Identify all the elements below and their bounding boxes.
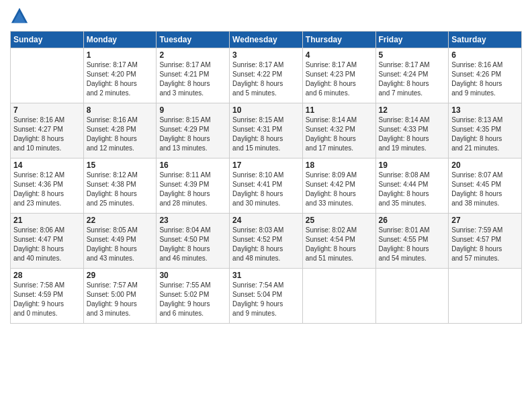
day-number: 3 (232, 50, 300, 60)
day-info: Sunrise: 8:17 AM Sunset: 4:20 PM Dayligh… (87, 60, 154, 98)
col-thursday: Thursday (302, 32, 375, 48)
day-info: Sunrise: 8:12 AM Sunset: 4:36 PM Dayligh… (13, 171, 81, 208)
calendar-cell: 28Sunrise: 7:58 AM Sunset: 4:59 PM Dayli… (11, 269, 84, 324)
day-number: 15 (87, 161, 154, 170)
calendar-cell: 4Sunrise: 8:17 AM Sunset: 4:23 PM Daylig… (302, 48, 375, 103)
calendar-cell: 2Sunrise: 8:17 AM Sunset: 4:21 PM Daylig… (157, 48, 230, 103)
page-container: Sunday Monday Tuesday Wednesday Thursday… (0, 0, 532, 330)
day-info: Sunrise: 8:17 AM Sunset: 4:21 PM Dayligh… (159, 60, 226, 98)
calendar-cell: 27Sunrise: 7:59 AM Sunset: 4:57 PM Dayli… (449, 214, 522, 269)
day-info: Sunrise: 8:13 AM Sunset: 4:35 PM Dayligh… (451, 116, 519, 153)
calendar-cell: 9Sunrise: 8:15 AM Sunset: 4:29 PM Daylig… (157, 103, 230, 158)
day-number: 13 (451, 105, 519, 115)
calendar-cell: 22Sunrise: 8:05 AM Sunset: 4:49 PM Dayli… (83, 214, 157, 269)
day-number: 27 (451, 216, 519, 225)
day-number: 4 (306, 50, 373, 60)
calendar-cell: 30Sunrise: 7:55 AM Sunset: 5:02 PM Dayli… (157, 269, 230, 324)
day-info: Sunrise: 8:12 AM Sunset: 4:38 PM Dayligh… (87, 171, 154, 208)
calendar-week-0: 1Sunrise: 8:17 AM Sunset: 4:20 PM Daylig… (11, 48, 522, 103)
day-number: 7 (13, 105, 81, 115)
day-number: 19 (379, 161, 446, 170)
day-number: 23 (159, 216, 226, 225)
calendar-body: 1Sunrise: 8:17 AM Sunset: 4:20 PM Daylig… (11, 48, 522, 324)
calendar-table: Sunday Monday Tuesday Wednesday Thursday… (10, 31, 522, 324)
calendar-cell: 13Sunrise: 8:13 AM Sunset: 4:35 PM Dayli… (449, 103, 522, 158)
day-number: 16 (159, 161, 226, 170)
day-number: 29 (87, 271, 154, 280)
day-info: Sunrise: 8:17 AM Sunset: 4:22 PM Dayligh… (232, 60, 300, 98)
calendar-cell: 14Sunrise: 8:12 AM Sunset: 4:36 PM Dayli… (11, 158, 84, 214)
day-info: Sunrise: 7:58 AM Sunset: 4:59 PM Dayligh… (13, 281, 81, 318)
day-info: Sunrise: 8:16 AM Sunset: 4:27 PM Dayligh… (13, 116, 81, 153)
col-monday: Monday (83, 32, 157, 48)
calendar-cell: 17Sunrise: 8:10 AM Sunset: 4:41 PM Dayli… (230, 158, 303, 214)
day-info: Sunrise: 7:57 AM Sunset: 5:00 PM Dayligh… (87, 281, 154, 318)
calendar-cell: 26Sunrise: 8:01 AM Sunset: 4:55 PM Dayli… (375, 214, 449, 269)
day-info: Sunrise: 8:05 AM Sunset: 4:49 PM Dayligh… (87, 226, 154, 263)
calendar-cell: 19Sunrise: 8:08 AM Sunset: 4:44 PM Dayli… (375, 158, 449, 214)
calendar-cell: 5Sunrise: 8:17 AM Sunset: 4:24 PM Daylig… (375, 48, 449, 103)
calendar-cell: 18Sunrise: 8:09 AM Sunset: 4:42 PM Dayli… (302, 158, 375, 214)
day-info: Sunrise: 8:16 AM Sunset: 4:26 PM Dayligh… (451, 60, 519, 98)
day-number: 21 (13, 216, 81, 225)
calendar-cell (449, 269, 522, 324)
logo-icon (10, 7, 29, 26)
day-number: 5 (379, 50, 446, 60)
day-info: Sunrise: 7:54 AM Sunset: 5:04 PM Dayligh… (232, 281, 300, 318)
day-info: Sunrise: 8:06 AM Sunset: 4:47 PM Dayligh… (13, 226, 81, 263)
calendar-cell: 25Sunrise: 8:02 AM Sunset: 4:54 PM Dayli… (302, 214, 375, 269)
day-info: Sunrise: 8:02 AM Sunset: 4:54 PM Dayligh… (306, 226, 373, 263)
day-info: Sunrise: 8:08 AM Sunset: 4:44 PM Dayligh… (379, 171, 446, 208)
day-number: 28 (13, 271, 81, 280)
day-number: 10 (232, 105, 300, 115)
day-info: Sunrise: 8:14 AM Sunset: 4:33 PM Dayligh… (379, 116, 446, 153)
calendar-cell: 16Sunrise: 8:11 AM Sunset: 4:39 PM Dayli… (157, 158, 230, 214)
day-info: Sunrise: 8:04 AM Sunset: 4:50 PM Dayligh… (159, 226, 226, 263)
day-number: 14 (13, 161, 81, 170)
day-info: Sunrise: 8:14 AM Sunset: 4:32 PM Dayligh… (306, 116, 373, 153)
day-number: 31 (232, 271, 300, 280)
logo (10, 7, 32, 26)
day-info: Sunrise: 8:07 AM Sunset: 4:45 PM Dayligh… (451, 171, 519, 208)
calendar-cell: 31Sunrise: 7:54 AM Sunset: 5:04 PM Dayli… (230, 269, 303, 324)
day-info: Sunrise: 8:15 AM Sunset: 4:31 PM Dayligh… (232, 116, 300, 153)
calendar-cell (11, 48, 84, 103)
day-info: Sunrise: 8:17 AM Sunset: 4:24 PM Dayligh… (379, 60, 446, 98)
day-number: 17 (232, 161, 300, 170)
header-row: Sunday Monday Tuesday Wednesday Thursday… (11, 32, 522, 48)
day-info: Sunrise: 8:01 AM Sunset: 4:55 PM Dayligh… (379, 226, 446, 263)
day-info: Sunrise: 8:16 AM Sunset: 4:28 PM Dayligh… (87, 116, 154, 153)
calendar-cell: 6Sunrise: 8:16 AM Sunset: 4:26 PM Daylig… (449, 48, 522, 103)
calendar-cell: 10Sunrise: 8:15 AM Sunset: 4:31 PM Dayli… (230, 103, 303, 158)
day-number: 18 (306, 161, 373, 170)
calendar-cell: 15Sunrise: 8:12 AM Sunset: 4:38 PM Dayli… (83, 158, 157, 214)
day-number: 12 (379, 105, 446, 115)
calendar-cell: 7Sunrise: 8:16 AM Sunset: 4:27 PM Daylig… (11, 103, 84, 158)
col-sunday: Sunday (11, 32, 84, 48)
calendar-cell: 8Sunrise: 8:16 AM Sunset: 4:28 PM Daylig… (83, 103, 157, 158)
day-info: Sunrise: 8:03 AM Sunset: 4:52 PM Dayligh… (232, 226, 300, 263)
calendar-cell: 23Sunrise: 8:04 AM Sunset: 4:50 PM Dayli… (157, 214, 230, 269)
day-number: 8 (87, 105, 154, 115)
calendar-cell: 12Sunrise: 8:14 AM Sunset: 4:33 PM Dayli… (375, 103, 449, 158)
calendar-cell: 20Sunrise: 8:07 AM Sunset: 4:45 PM Dayli… (449, 158, 522, 214)
calendar-week-4: 28Sunrise: 7:58 AM Sunset: 4:59 PM Dayli… (11, 269, 522, 324)
day-info: Sunrise: 8:17 AM Sunset: 4:23 PM Dayligh… (306, 60, 373, 98)
day-number: 22 (87, 216, 154, 225)
calendar-cell (302, 269, 375, 324)
day-number: 6 (451, 50, 519, 60)
day-info: Sunrise: 8:10 AM Sunset: 4:41 PM Dayligh… (232, 171, 300, 208)
header (10, 7, 522, 26)
day-number: 9 (159, 105, 226, 115)
day-info: Sunrise: 7:55 AM Sunset: 5:02 PM Dayligh… (159, 281, 226, 318)
calendar-week-2: 14Sunrise: 8:12 AM Sunset: 4:36 PM Dayli… (11, 158, 522, 214)
day-info: Sunrise: 7:59 AM Sunset: 4:57 PM Dayligh… (451, 226, 519, 263)
calendar-week-3: 21Sunrise: 8:06 AM Sunset: 4:47 PM Dayli… (11, 214, 522, 269)
calendar-cell: 21Sunrise: 8:06 AM Sunset: 4:47 PM Dayli… (11, 214, 84, 269)
day-number: 24 (232, 216, 300, 225)
day-number: 30 (159, 271, 226, 280)
calendar-cell: 1Sunrise: 8:17 AM Sunset: 4:20 PM Daylig… (83, 48, 157, 103)
day-number: 2 (159, 50, 226, 60)
calendar-week-1: 7Sunrise: 8:16 AM Sunset: 4:27 PM Daylig… (11, 103, 522, 158)
calendar-cell: 29Sunrise: 7:57 AM Sunset: 5:00 PM Dayli… (83, 269, 157, 324)
